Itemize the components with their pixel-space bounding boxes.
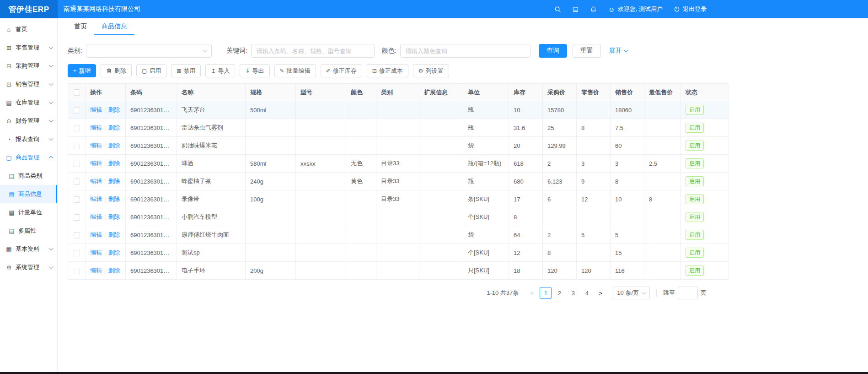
delete-link[interactable]: 删除	[108, 160, 120, 167]
chevron-down-icon	[49, 118, 54, 123]
edit-link[interactable]: 编辑	[90, 106, 102, 113]
table-row: 编辑|删除6901236301342飞天茅台500ml瓶101578018060…	[68, 101, 729, 119]
fix-cost-button[interactable]: ⊡修正成本	[367, 64, 408, 77]
status-badge[interactable]: 启用	[686, 212, 704, 222]
status-badge[interactable]: 启用	[686, 194, 704, 204]
delete-link[interactable]: 删除	[108, 213, 120, 220]
cost-box-icon: ⊡	[372, 68, 377, 74]
tab-home[interactable]: 首页	[67, 18, 94, 35]
row-checkbox[interactable]	[74, 196, 80, 203]
disable-button[interactable]: ⊠禁用	[171, 64, 201, 77]
sidebar-item-purchase[interactable]: ⊟采购管理	[0, 57, 57, 75]
user-welcome[interactable]: ☺ 欢迎您, 测试用户	[608, 5, 663, 13]
cell-sale: 18060	[611, 101, 644, 119]
row-checkbox[interactable]	[74, 161, 80, 167]
edit-link[interactable]: 编辑	[90, 249, 102, 256]
edit-link[interactable]: 编辑	[90, 124, 102, 131]
delete-link[interactable]: 删除	[108, 249, 120, 256]
sidebar-item-finance[interactable]: ⊙财务管理	[0, 112, 57, 130]
page-button-1[interactable]: 1	[540, 287, 552, 299]
edit-link[interactable]: 编辑	[90, 195, 102, 202]
delete-link[interactable]: 删除	[108, 195, 120, 202]
edit-link[interactable]: 编辑	[90, 213, 102, 220]
filter-bar: 类别: 关键词: 颜色: 查询 重置 展开	[68, 44, 729, 58]
page-button-3[interactable]: 3	[567, 287, 579, 299]
select-all-checkbox[interactable]	[74, 89, 80, 96]
row-checkbox[interactable]	[74, 250, 80, 256]
page-size-select[interactable]: 10 条/页	[612, 287, 650, 299]
shop-icon[interactable]	[572, 6, 579, 13]
row-checkbox[interactable]	[74, 107, 80, 114]
search-icon[interactable]	[554, 6, 561, 13]
sidebar-item-report[interactable]: ◔报表查询	[0, 130, 57, 148]
page-button-2[interactable]: 2	[553, 287, 565, 299]
cell-name: 录像带	[177, 190, 246, 208]
edit-link[interactable]: 编辑	[90, 231, 102, 238]
status-badge[interactable]: 启用	[686, 141, 704, 151]
category-select[interactable]	[86, 44, 212, 58]
delete-button[interactable]: 删除	[101, 64, 132, 77]
sidebar-item-system[interactable]: ⚙系统管理	[0, 258, 57, 276]
edit-link[interactable]: 编辑	[90, 267, 102, 274]
sidebar-item-sales[interactable]: ⊡销售管理	[0, 75, 57, 93]
prev-page-button[interactable]: <	[527, 290, 537, 297]
edit-link[interactable]: 编辑	[90, 178, 102, 184]
batch-edit-button[interactable]: ✎批量编辑	[274, 64, 316, 77]
cell-sale	[611, 208, 644, 226]
status-badge[interactable]: 启用	[686, 105, 704, 115]
delete-link[interactable]: 删除	[108, 231, 120, 238]
column-settings-button[interactable]: ⚙列设置	[413, 64, 449, 77]
reset-button[interactable]: 重置	[573, 44, 601, 58]
sidebar-subitem-product-category[interactable]: ▤商品类别	[0, 167, 57, 185]
sidebar-item-warehouse[interactable]: ▤仓库管理	[0, 93, 57, 112]
table-row: 编辑|删除6901236301321康师傅红烧牛肉面袋64255启用	[68, 226, 729, 244]
sidebar-item-home[interactable]: ⌂首页	[0, 20, 57, 38]
fix-stock-button[interactable]: ✐修正库存	[321, 64, 362, 77]
button-label: 删除	[114, 67, 126, 75]
bell-icon[interactable]	[590, 6, 597, 13]
export-button[interactable]: ↧导出	[240, 64, 269, 77]
color-input[interactable]	[400, 44, 530, 58]
page-button-4[interactable]: 4	[581, 287, 593, 299]
status-badge[interactable]: 启用	[686, 248, 704, 258]
row-checkbox[interactable]	[74, 214, 80, 221]
cell-ext	[419, 226, 463, 244]
search-button[interactable]: 查询	[539, 44, 567, 58]
row-checkbox[interactable]	[74, 179, 80, 185]
row-checkbox[interactable]	[74, 268, 80, 274]
sidebar-item-product[interactable]: ▢商品管理	[0, 148, 57, 167]
sidebar-subitem-multi-attr[interactable]: ▤多属性	[0, 222, 57, 240]
next-page-button[interactable]: >	[595, 290, 605, 297]
delete-link[interactable]: 删除	[108, 178, 120, 184]
status-badge[interactable]: 启用	[686, 176, 704, 186]
edit-link[interactable]: 编辑	[90, 142, 102, 149]
edit-link[interactable]: 编辑	[90, 160, 102, 167]
delete-link[interactable]: 删除	[108, 106, 120, 113]
import-button[interactable]: ↥导入	[205, 64, 235, 77]
delete-link[interactable]: 删除	[108, 142, 120, 149]
enable-button[interactable]: ▢启用	[136, 64, 166, 77]
sidebar-item-basic[interactable]: ▦基本资料	[0, 240, 57, 258]
cell-spec	[246, 137, 296, 155]
delete-link[interactable]: 删除	[108, 267, 120, 274]
status-badge[interactable]: 启用	[686, 123, 704, 133]
cell-unit: 袋	[463, 137, 509, 155]
column-header: 销售价	[611, 84, 644, 101]
jump-input[interactable]	[678, 287, 698, 299]
status-badge[interactable]: 启用	[686, 266, 704, 276]
sidebar-item-retail[interactable]: ⊞零售管理	[0, 38, 57, 57]
keyword-input[interactable]	[251, 44, 375, 58]
cell-color	[346, 190, 376, 208]
logout-button[interactable]: 退出登录	[674, 5, 707, 13]
sidebar-subitem-product-info[interactable]: ▤商品信息	[0, 185, 57, 203]
status-badge[interactable]: 启用	[686, 230, 704, 240]
sidebar-subitem-unit[interactable]: ▤计量单位	[0, 203, 57, 222]
add-button[interactable]: +新增	[68, 64, 96, 77]
expand-link[interactable]: 展开	[609, 47, 627, 55]
row-checkbox[interactable]	[74, 125, 80, 131]
delete-link[interactable]: 删除	[108, 124, 120, 131]
status-badge[interactable]: 启用	[686, 158, 704, 168]
row-checkbox[interactable]	[74, 232, 80, 238]
row-checkbox[interactable]	[74, 143, 80, 149]
tab-product-info[interactable]: 商品信息	[94, 18, 134, 35]
